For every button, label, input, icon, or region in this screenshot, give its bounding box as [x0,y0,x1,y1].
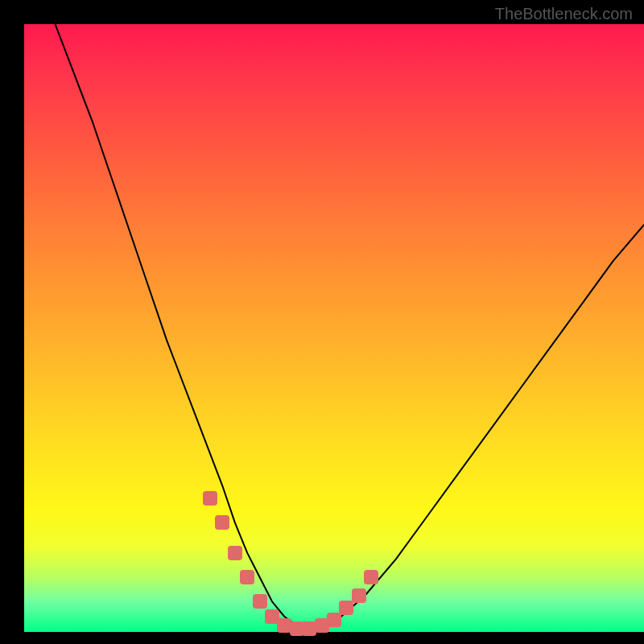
data-marker [339,601,353,615]
curve-svg [24,24,644,632]
data-marker [215,515,229,530]
watermark-text: TheBottleneck.com [495,5,633,23]
data-marker [253,594,267,609]
data-marker [203,491,217,506]
data-marker [240,570,254,584]
data-marker [352,588,366,603]
data-marker [228,546,242,560]
data-marker [364,570,378,584]
bottleneck-curve [56,24,645,629]
data-marker [327,613,341,627]
plot-gradient-area [24,24,644,632]
